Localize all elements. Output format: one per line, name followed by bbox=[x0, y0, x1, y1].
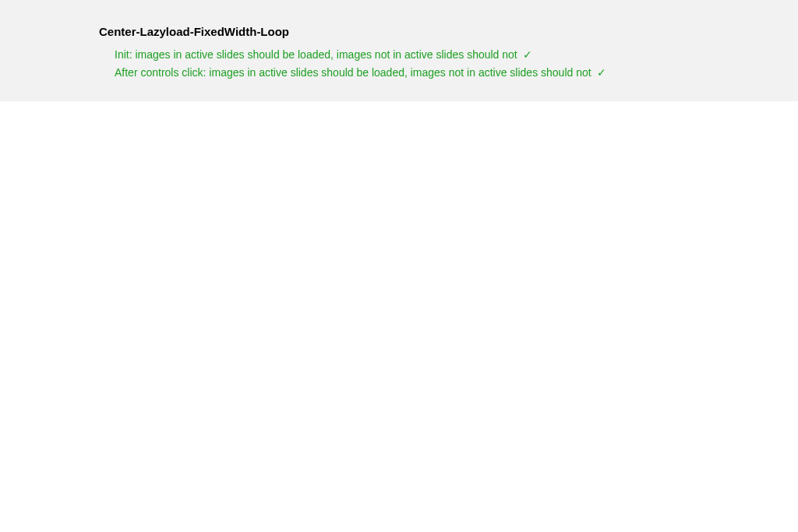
test-description: After controls click: images in active s… bbox=[115, 64, 591, 82]
section-title: Center-Lazyload-FixedWidth-Loop bbox=[99, 25, 775, 38]
test-description: Init: images in active slides should be … bbox=[115, 46, 517, 64]
checkmark-icon: ✓ bbox=[595, 64, 606, 82]
content-wrapper: Center-Lazyload-FixedWidth-Loop Init: im… bbox=[0, 25, 798, 82]
test-result-item: After controls click: images in active s… bbox=[115, 64, 775, 82]
test-result-item: Init: images in active slides should be … bbox=[115, 46, 775, 64]
checkmark-icon: ✓ bbox=[521, 46, 532, 64]
test-list: Init: images in active slides should be … bbox=[99, 46, 775, 82]
test-results-panel: Center-Lazyload-FixedWidth-Loop Init: im… bbox=[0, 0, 798, 101]
